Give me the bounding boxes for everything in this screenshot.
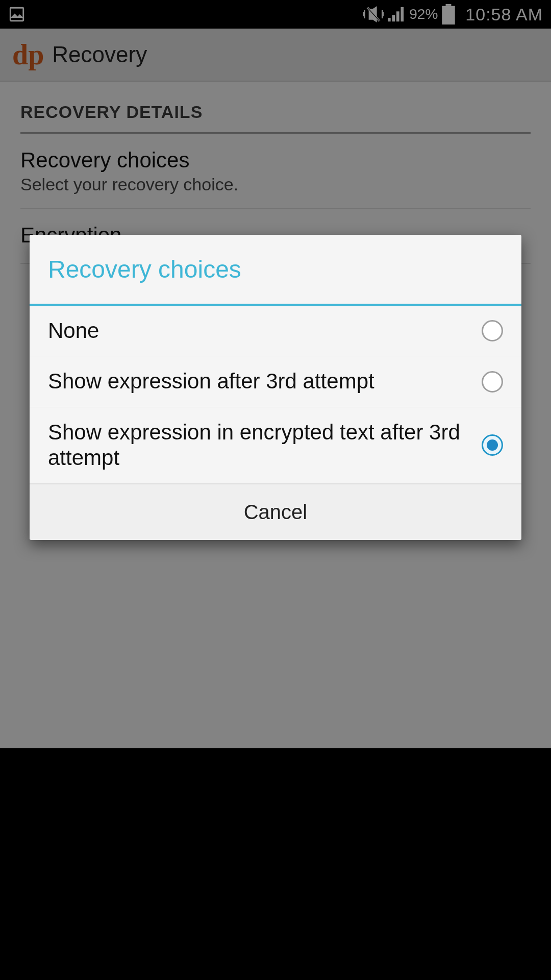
- option-show-after-3rd[interactable]: Show expression after 3rd attempt: [30, 356, 521, 407]
- option-show-encrypted-after-3rd[interactable]: Show expression in encrypted text after …: [30, 407, 521, 484]
- radio-icon[interactable]: [482, 434, 503, 456]
- option-label: None: [48, 318, 482, 344]
- radio-icon[interactable]: [482, 320, 503, 341]
- dialog-title: Recovery choices: [30, 235, 521, 306]
- dialog-footer: Cancel: [30, 484, 521, 540]
- option-none[interactable]: None: [30, 306, 521, 356]
- option-label: Show expression in encrypted text after …: [48, 420, 482, 471]
- recovery-choices-dialog: Recovery choices None Show expression af…: [30, 235, 521, 540]
- cancel-button[interactable]: Cancel: [244, 501, 308, 524]
- option-label: Show expression after 3rd attempt: [48, 369, 482, 394]
- radio-icon[interactable]: [482, 371, 503, 393]
